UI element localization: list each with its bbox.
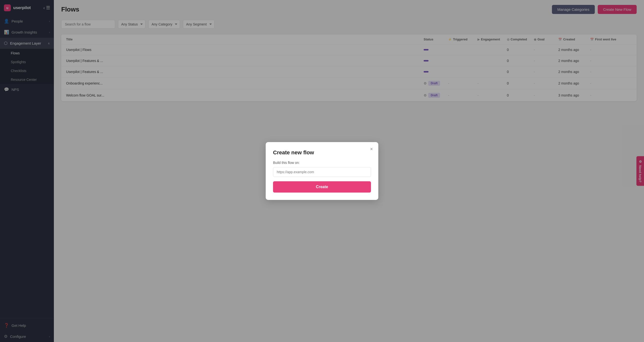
modal-title: Create new flow (273, 149, 371, 156)
modal-create-button[interactable]: Create (273, 181, 371, 193)
create-flow-modal: × Create new flow Build this flow on: Cr… (266, 142, 378, 200)
modal-overlay[interactable]: × Create new flow Build this flow on: Cr… (0, 0, 644, 342)
modal-label: Build this flow on: (273, 161, 371, 165)
modal-close-button[interactable]: × (370, 147, 373, 151)
flow-url-input[interactable] (273, 167, 371, 177)
